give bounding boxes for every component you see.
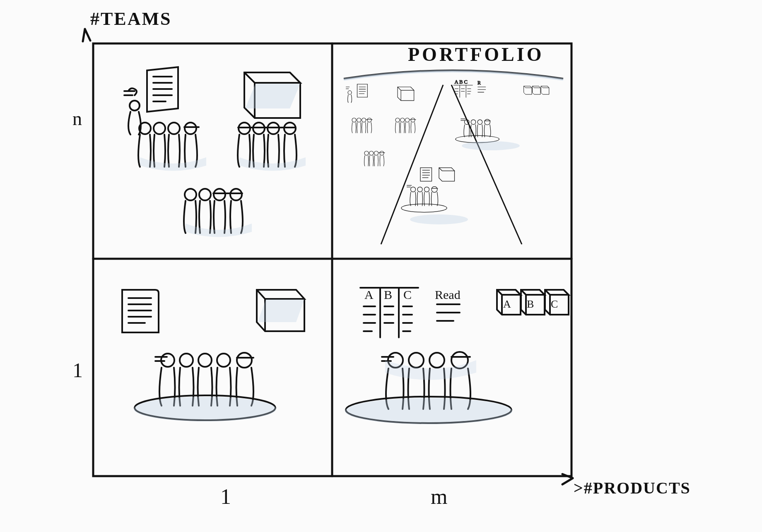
svg-point-30 (367, 118, 371, 122)
diagram-canvas: #TEAMS >#PRODUCTS n 1 1 m PORTFOLIO A B … (0, 0, 762, 532)
svg-point-41 (424, 187, 429, 192)
svg-point-32 (400, 118, 405, 122)
svg-point-35 (364, 151, 369, 155)
svg-point-31 (395, 118, 400, 122)
svg-point-43 (401, 204, 447, 212)
svg-point-39 (411, 187, 416, 192)
svg-point-33 (405, 118, 409, 122)
svg-point-28 (357, 118, 361, 122)
svg-point-37 (374, 151, 378, 155)
svg-point-27 (352, 118, 356, 122)
svg-point-48 (477, 120, 482, 125)
q-top-right: A B C R (0, 0, 762, 532)
svg-point-51 (410, 214, 468, 224)
svg-point-40 (417, 187, 422, 192)
svg-text:A B C: A B C (455, 79, 468, 85)
svg-point-47 (471, 120, 476, 125)
svg-point-34 (411, 118, 415, 122)
svg-point-26 (348, 91, 352, 94)
svg-point-46 (464, 120, 469, 125)
svg-point-52 (462, 141, 520, 150)
svg-text:R: R (477, 80, 481, 86)
svg-point-38 (380, 151, 384, 155)
svg-point-49 (485, 119, 490, 125)
svg-point-42 (432, 187, 437, 193)
svg-point-36 (369, 151, 374, 155)
svg-point-29 (362, 118, 366, 122)
